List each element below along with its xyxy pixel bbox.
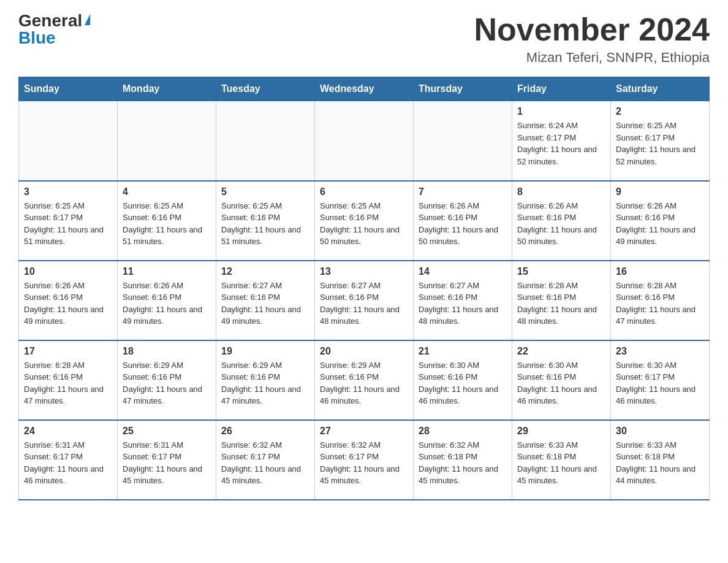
day-info: Sunrise: 6:32 AM Sunset: 6:17 PM Dayligh… bbox=[221, 439, 309, 487]
logo-triangle-icon bbox=[85, 14, 90, 25]
calendar-cell: 9Sunrise: 6:26 AM Sunset: 6:16 PM Daylig… bbox=[611, 181, 710, 261]
day-info: Sunrise: 6:25 AM Sunset: 6:17 PM Dayligh… bbox=[24, 200, 112, 248]
calendar-week-row: 10Sunrise: 6:26 AM Sunset: 6:16 PM Dayli… bbox=[19, 261, 710, 340]
calendar-cell: 18Sunrise: 6:29 AM Sunset: 6:16 PM Dayli… bbox=[118, 340, 216, 420]
days-of-week-row: SundayMondayTuesdayWednesdayThursdayFrid… bbox=[19, 77, 710, 101]
month-year-title: November 2024 bbox=[474, 12, 710, 47]
calendar-week-row: 3Sunrise: 6:25 AM Sunset: 6:17 PM Daylig… bbox=[19, 181, 710, 261]
day-info: Sunrise: 6:31 AM Sunset: 6:17 PM Dayligh… bbox=[24, 439, 112, 487]
calendar-header: SundayMondayTuesdayWednesdayThursdayFrid… bbox=[19, 77, 710, 101]
calendar-cell: 16Sunrise: 6:28 AM Sunset: 6:16 PM Dayli… bbox=[611, 261, 710, 340]
day-info: Sunrise: 6:30 AM Sunset: 6:16 PM Dayligh… bbox=[419, 359, 507, 407]
calendar-cell: 20Sunrise: 6:29 AM Sunset: 6:16 PM Dayli… bbox=[315, 340, 414, 420]
calendar-cell: 13Sunrise: 6:27 AM Sunset: 6:16 PM Dayli… bbox=[315, 261, 414, 340]
day-number: 16 bbox=[616, 266, 704, 277]
location-subtitle: Mizan Teferi, SNNPR, Ethiopia bbox=[474, 50, 710, 66]
day-number: 11 bbox=[123, 266, 211, 277]
day-number: 6 bbox=[320, 186, 408, 197]
day-number: 8 bbox=[517, 186, 605, 197]
calendar-cell: 10Sunrise: 6:26 AM Sunset: 6:16 PM Dayli… bbox=[19, 261, 118, 340]
day-number: 10 bbox=[24, 266, 112, 277]
calendar-table: SundayMondayTuesdayWednesdayThursdayFrid… bbox=[18, 77, 710, 500]
day-info: Sunrise: 6:26 AM Sunset: 6:16 PM Dayligh… bbox=[616, 200, 704, 248]
day-info: Sunrise: 6:28 AM Sunset: 6:16 PM Dayligh… bbox=[616, 280, 704, 327]
day-number: 17 bbox=[24, 346, 112, 357]
calendar-week-row: 1Sunrise: 6:24 AM Sunset: 6:17 PM Daylig… bbox=[19, 101, 710, 181]
calendar-cell bbox=[19, 101, 118, 181]
day-info: Sunrise: 6:26 AM Sunset: 6:16 PM Dayligh… bbox=[517, 200, 605, 248]
logo-blue-text: Blue bbox=[18, 29, 56, 47]
day-number: 5 bbox=[221, 186, 309, 197]
calendar-cell: 23Sunrise: 6:30 AM Sunset: 6:17 PM Dayli… bbox=[611, 340, 710, 420]
day-number: 4 bbox=[123, 186, 211, 197]
day-number: 1 bbox=[517, 106, 605, 117]
calendar-cell: 28Sunrise: 6:32 AM Sunset: 6:18 PM Dayli… bbox=[414, 420, 512, 500]
day-of-week-monday: Monday bbox=[118, 77, 216, 101]
calendar-cell: 22Sunrise: 6:30 AM Sunset: 6:16 PM Dayli… bbox=[512, 340, 611, 420]
header: General Blue November 2024 Mizan Teferi,… bbox=[18, 12, 710, 66]
day-info: Sunrise: 6:29 AM Sunset: 6:16 PM Dayligh… bbox=[123, 359, 211, 407]
calendar-cell: 5Sunrise: 6:25 AM Sunset: 6:16 PM Daylig… bbox=[216, 181, 315, 261]
day-info: Sunrise: 6:32 AM Sunset: 6:17 PM Dayligh… bbox=[320, 439, 408, 487]
day-number: 25 bbox=[123, 426, 211, 437]
calendar-cell: 7Sunrise: 6:26 AM Sunset: 6:16 PM Daylig… bbox=[414, 181, 512, 261]
day-number: 22 bbox=[517, 346, 605, 357]
day-info: Sunrise: 6:25 AM Sunset: 6:16 PM Dayligh… bbox=[221, 200, 309, 248]
calendar-cell: 8Sunrise: 6:26 AM Sunset: 6:16 PM Daylig… bbox=[512, 181, 611, 261]
day-info: Sunrise: 6:26 AM Sunset: 6:16 PM Dayligh… bbox=[24, 280, 112, 327]
day-info: Sunrise: 6:26 AM Sunset: 6:16 PM Dayligh… bbox=[419, 200, 507, 248]
calendar-cell: 29Sunrise: 6:33 AM Sunset: 6:18 PM Dayli… bbox=[512, 420, 611, 500]
day-info: Sunrise: 6:32 AM Sunset: 6:18 PM Dayligh… bbox=[419, 439, 507, 487]
calendar-cell: 2Sunrise: 6:25 AM Sunset: 6:17 PM Daylig… bbox=[611, 101, 710, 181]
calendar-week-row: 24Sunrise: 6:31 AM Sunset: 6:17 PM Dayli… bbox=[19, 420, 710, 500]
day-info: Sunrise: 6:24 AM Sunset: 6:17 PM Dayligh… bbox=[517, 120, 605, 167]
day-of-week-tuesday: Tuesday bbox=[216, 77, 315, 101]
calendar-cell: 12Sunrise: 6:27 AM Sunset: 6:16 PM Dayli… bbox=[216, 261, 315, 340]
day-info: Sunrise: 6:30 AM Sunset: 6:17 PM Dayligh… bbox=[616, 359, 704, 407]
day-number: 30 bbox=[616, 426, 704, 437]
calendar-week-row: 17Sunrise: 6:28 AM Sunset: 6:16 PM Dayli… bbox=[19, 340, 710, 420]
calendar-cell bbox=[216, 101, 315, 181]
day-number: 9 bbox=[616, 186, 704, 197]
day-number: 21 bbox=[419, 346, 507, 357]
calendar-body: 1Sunrise: 6:24 AM Sunset: 6:17 PM Daylig… bbox=[19, 101, 710, 500]
day-number: 13 bbox=[320, 266, 408, 277]
calendar-cell bbox=[414, 101, 512, 181]
calendar-cell: 15Sunrise: 6:28 AM Sunset: 6:16 PM Dayli… bbox=[512, 261, 611, 340]
day-number: 27 bbox=[320, 426, 408, 437]
calendar-cell: 30Sunrise: 6:33 AM Sunset: 6:18 PM Dayli… bbox=[611, 420, 710, 500]
calendar-cell: 27Sunrise: 6:32 AM Sunset: 6:17 PM Dayli… bbox=[315, 420, 414, 500]
calendar-cell bbox=[118, 101, 216, 181]
calendar-cell: 4Sunrise: 6:25 AM Sunset: 6:16 PM Daylig… bbox=[118, 181, 216, 261]
day-info: Sunrise: 6:27 AM Sunset: 6:16 PM Dayligh… bbox=[419, 280, 507, 327]
day-of-week-wednesday: Wednesday bbox=[315, 77, 414, 101]
day-info: Sunrise: 6:28 AM Sunset: 6:16 PM Dayligh… bbox=[517, 280, 605, 327]
day-number: 24 bbox=[24, 426, 112, 437]
day-info: Sunrise: 6:27 AM Sunset: 6:16 PM Dayligh… bbox=[221, 280, 309, 327]
day-number: 23 bbox=[616, 346, 704, 357]
calendar-cell: 14Sunrise: 6:27 AM Sunset: 6:16 PM Dayli… bbox=[414, 261, 512, 340]
day-info: Sunrise: 6:26 AM Sunset: 6:16 PM Dayligh… bbox=[123, 280, 211, 327]
day-number: 26 bbox=[221, 426, 309, 437]
calendar-cell: 25Sunrise: 6:31 AM Sunset: 6:17 PM Dayli… bbox=[118, 420, 216, 500]
day-number: 7 bbox=[419, 186, 507, 197]
calendar-cell: 24Sunrise: 6:31 AM Sunset: 6:17 PM Dayli… bbox=[19, 420, 118, 500]
day-info: Sunrise: 6:25 AM Sunset: 6:16 PM Dayligh… bbox=[320, 200, 408, 248]
day-number: 15 bbox=[517, 266, 605, 277]
calendar-cell bbox=[315, 101, 414, 181]
calendar-cell: 21Sunrise: 6:30 AM Sunset: 6:16 PM Dayli… bbox=[414, 340, 512, 420]
day-of-week-thursday: Thursday bbox=[414, 77, 512, 101]
calendar-cell: 17Sunrise: 6:28 AM Sunset: 6:16 PM Dayli… bbox=[19, 340, 118, 420]
day-of-week-friday: Friday bbox=[512, 77, 611, 101]
day-number: 2 bbox=[616, 106, 704, 117]
day-of-week-sunday: Sunday bbox=[19, 77, 118, 101]
day-info: Sunrise: 6:31 AM Sunset: 6:17 PM Dayligh… bbox=[123, 439, 211, 487]
calendar-cell: 6Sunrise: 6:25 AM Sunset: 6:16 PM Daylig… bbox=[315, 181, 414, 261]
day-number: 14 bbox=[419, 266, 507, 277]
day-number: 12 bbox=[221, 266, 309, 277]
day-info: Sunrise: 6:33 AM Sunset: 6:18 PM Dayligh… bbox=[616, 439, 704, 487]
day-number: 19 bbox=[221, 346, 309, 357]
day-info: Sunrise: 6:25 AM Sunset: 6:17 PM Dayligh… bbox=[616, 120, 704, 167]
title-area: November 2024 Mizan Teferi, SNNPR, Ethio… bbox=[474, 12, 710, 66]
calendar-cell: 19Sunrise: 6:29 AM Sunset: 6:16 PM Dayli… bbox=[216, 340, 315, 420]
